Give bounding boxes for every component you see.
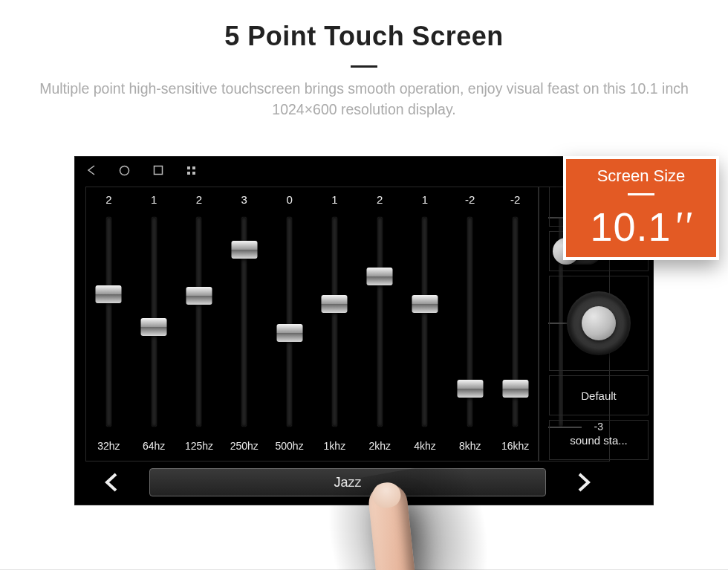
band-8khz: -28khz: [447, 187, 493, 461]
preset-row: Jazz: [85, 466, 610, 499]
badge-value-row: 10.1'': [590, 203, 692, 250]
recent-square-icon[interactable]: [152, 165, 163, 176]
band-64hz: 164hz: [131, 187, 177, 461]
default-label: Default: [581, 389, 617, 402]
band-freq-label: 2khz: [368, 440, 391, 452]
badge-unit: '': [673, 204, 692, 250]
band-freq-label: 16khz: [501, 440, 529, 452]
slider-thumb[interactable]: [276, 324, 302, 342]
band-freq-label: 250hz: [230, 440, 259, 452]
band-slider[interactable]: [241, 217, 247, 427]
band-value: 2: [196, 193, 202, 206]
svg-rect-3: [192, 166, 195, 169]
band-freq-label: 32hz: [97, 440, 120, 452]
svg-point-0: [120, 166, 129, 175]
band-freq-label: 4khz: [414, 440, 436, 452]
band-value: 1: [422, 193, 428, 206]
preset-display[interactable]: Jazz: [149, 468, 546, 496]
band-slider[interactable]: [513, 217, 518, 427]
band-value: -2: [465, 193, 475, 206]
band-250hz: 3250hz: [221, 187, 267, 461]
soundstage-button[interactable]: sound sta...: [549, 420, 649, 460]
band-slider[interactable]: [287, 217, 292, 427]
badge-value: 10.1: [590, 204, 671, 249]
band-value: 3: [241, 193, 247, 206]
band-value: -2: [510, 193, 520, 206]
balance-pad[interactable]: [549, 276, 649, 371]
band-16khz: -216khz: [493, 187, 538, 461]
band-value: 1: [331, 193, 337, 206]
band-slider[interactable]: [422, 217, 427, 427]
band-slider[interactable]: [152, 217, 157, 427]
band-1khz: 11khz: [312, 187, 357, 461]
svg-rect-4: [187, 172, 190, 175]
preset-prev-button[interactable]: [85, 467, 137, 498]
band-4khz: 14khz: [403, 187, 448, 461]
band-freq-label: 8khz: [459, 440, 481, 452]
slider-thumb[interactable]: [141, 318, 167, 336]
back-icon[interactable]: [85, 165, 97, 176]
band-500hz: 0500hz: [267, 187, 312, 461]
default-button[interactable]: Default: [549, 375, 649, 415]
band-value: 2: [377, 193, 383, 206]
screen-size-badge: Screen Size 10.1'': [563, 156, 719, 260]
band-slider[interactable]: [332, 217, 337, 427]
joystick-icon: [567, 291, 631, 355]
badge-divider: [628, 193, 654, 195]
page-root: 5 Point Touch Screen Multiple point high…: [0, 0, 728, 570]
band-freq-label: 500hz: [276, 440, 304, 452]
slider-thumb[interactable]: [412, 295, 438, 313]
soundstage-label: sound sta...: [570, 434, 628, 447]
band-slider[interactable]: [196, 217, 201, 427]
navbar-left: [85, 165, 197, 176]
slider-thumb[interactable]: [457, 380, 483, 398]
equalizer-panel: 232hz164hz2125hz3250hz0500hz11khz22khz14…: [85, 187, 539, 461]
slider-thumb[interactable]: [502, 380, 528, 398]
title-divider: [351, 65, 377, 68]
preset-name: Jazz: [334, 475, 361, 490]
slider-thumb[interactable]: [186, 287, 212, 305]
slider-thumb[interactable]: [322, 295, 348, 313]
band-value: 0: [286, 193, 292, 206]
title-block: 5 Point Touch Screen: [0, 21, 728, 68]
preset-next-button[interactable]: [558, 467, 610, 498]
slider-thumb[interactable]: [96, 285, 122, 303]
band-slider[interactable]: [106, 217, 111, 427]
band-columns: 232hz164hz2125hz3250hz0500hz11khz22khz14…: [86, 187, 538, 461]
band-slider[interactable]: [377, 217, 383, 427]
band-freq-label: 125hz: [185, 440, 213, 452]
band-freq-label: 64hz: [143, 440, 165, 452]
badge-label: Screen Size: [597, 166, 686, 186]
slider-thumb[interactable]: [231, 241, 257, 259]
page-title: 5 Point Touch Screen: [0, 21, 728, 52]
band-value: 1: [151, 193, 157, 206]
apps-grid-icon[interactable]: [186, 165, 197, 176]
band-value: 2: [105, 193, 111, 206]
band-32hz: 232hz: [86, 187, 131, 461]
page-subtitle: Multiple point high-sensitive touchscree…: [30, 78, 698, 120]
svg-rect-2: [187, 166, 190, 169]
band-slider[interactable]: [467, 217, 472, 427]
band-2khz: 22khz: [357, 187, 403, 461]
svg-rect-1: [154, 166, 162, 175]
band-freq-label: 1khz: [324, 440, 346, 452]
home-circle-icon[interactable]: [119, 165, 130, 176]
slider-thumb[interactable]: [367, 268, 393, 285]
band-125hz: 2125hz: [177, 187, 222, 461]
svg-rect-5: [192, 172, 195, 175]
